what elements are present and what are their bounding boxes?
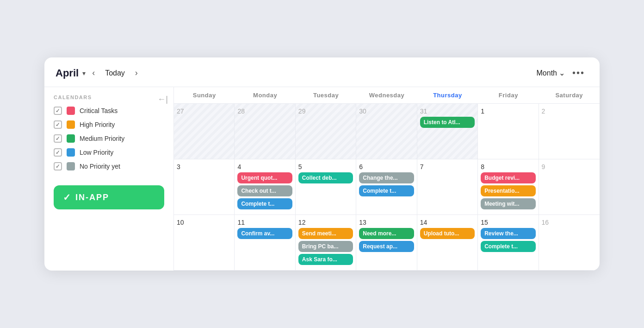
cell-date-number: 12 xyxy=(298,219,353,226)
calendar-cell-0-5[interactable]: 1 xyxy=(478,104,539,159)
calendar-cell-2-4[interactable]: 14Upload tuto... xyxy=(417,215,478,270)
color-high xyxy=(67,120,75,129)
event-chip-1-3-0[interactable]: Change the... xyxy=(359,172,414,183)
checkbox-medium[interactable]: ✓ xyxy=(54,134,62,143)
event-chip-1-1-2[interactable]: Complete t... xyxy=(237,198,292,209)
calendar-cell-1-1[interactable]: 4Urgent quot...Check out t...Complete t.… xyxy=(235,159,295,214)
calendar-cell-2-2[interactable]: 12Send meeti...Bring PC ba...Ask Sara fo… xyxy=(296,215,356,270)
event-chip-1-5-2[interactable]: Meeting wit... xyxy=(481,198,535,209)
calendar-cell-0-3[interactable]: 30 xyxy=(356,104,417,159)
calendar-cell-1-0[interactable]: 3 xyxy=(174,159,235,214)
cell-date-number: 29 xyxy=(298,107,353,115)
event-chip-2-2-0[interactable]: Send meeti... xyxy=(298,228,353,239)
cell-date-number: 2 xyxy=(542,107,597,115)
cell-date-number: 8 xyxy=(481,163,535,170)
month-title: April xyxy=(56,67,79,79)
calendar-grid: SundayMondayTuesdayWednesdayThursdayFrid… xyxy=(174,87,600,271)
event-chip-2-4-0[interactable]: Upload tuto... xyxy=(420,228,475,239)
calendar-cell-0-4[interactable]: 31Listen to Atl... xyxy=(417,104,478,159)
calendar-item-none[interactable]: ✓ No Priority yet xyxy=(54,162,164,170)
cell-date-number: 3 xyxy=(177,163,231,170)
next-month-button[interactable]: › xyxy=(132,66,141,80)
cell-date-number: 13 xyxy=(359,219,414,226)
color-medium xyxy=(67,134,75,143)
calendar-item-high[interactable]: ✓ High Priority xyxy=(54,120,164,129)
day-headers: SundayMondayTuesdayWednesdayThursdayFrid… xyxy=(174,87,600,104)
calendar-item-low[interactable]: ✓ Low Priority xyxy=(54,148,164,157)
event-chip-1-3-1[interactable]: Complete t... xyxy=(359,185,414,196)
label-none: No Priority yet xyxy=(80,163,120,170)
event-chip-2-3-1[interactable]: Request ap... xyxy=(359,241,414,252)
event-chip-2-5-1[interactable]: Complete t... xyxy=(481,241,535,252)
prev-month-button[interactable]: ‹ xyxy=(89,66,98,80)
calendar-cell-2-5[interactable]: 15Review the...Complete t... xyxy=(478,215,539,270)
event-chip-1-5-0[interactable]: Budget revi... xyxy=(481,172,535,183)
view-selector[interactable]: Month ⌄ xyxy=(537,69,565,77)
calendar-cell-1-6[interactable]: 9 xyxy=(539,159,600,214)
in-app-badge[interactable]: ✓ IN-APP xyxy=(54,185,164,209)
more-options-button[interactable]: ••• xyxy=(569,66,588,80)
checkbox-critical[interactable]: ✓ xyxy=(54,107,62,115)
calendar-cell-0-2[interactable]: 29 xyxy=(296,104,356,159)
badge-check-icon: ✓ xyxy=(63,192,71,203)
cell-date-number: 11 xyxy=(237,219,292,226)
event-chip-1-5-1[interactable]: Presentatio... xyxy=(481,185,535,196)
cell-date-number: 14 xyxy=(420,219,475,226)
checkbox-high[interactable]: ✓ xyxy=(54,120,62,129)
calendar-cell-1-2[interactable]: 5Collect deb... xyxy=(296,159,356,214)
checkbox-none[interactable]: ✓ xyxy=(54,162,62,170)
cell-date-number: 15 xyxy=(481,219,535,226)
cell-date-number: 28 xyxy=(237,107,292,115)
color-none xyxy=(67,162,75,170)
cell-date-number: 1 xyxy=(481,107,535,115)
calendar-cell-2-1[interactable]: 11Confirm av... xyxy=(235,215,295,270)
event-chip-2-2-2[interactable]: Ask Sara fo... xyxy=(298,254,353,265)
day-header-saturday: Saturday xyxy=(539,87,600,103)
header-left: April ▾ ‹ Today › xyxy=(56,66,141,80)
label-critical: Critical Tasks xyxy=(80,107,118,114)
label-high: High Priority xyxy=(80,121,115,128)
calendar-items-list: ✓ Critical Tasks ✓ High Priority ✓ Mediu… xyxy=(54,107,164,170)
calendar-week-2: 1011Confirm av...12Send meeti...Bring PC… xyxy=(174,215,600,271)
main-layout: CALENDARS ←| ✓ Critical Tasks ✓ High Pri… xyxy=(44,87,600,271)
event-chip-2-5-0[interactable]: Review the... xyxy=(481,228,535,239)
day-header-tuesday: Tuesday xyxy=(296,87,356,103)
calendar-cell-0-6[interactable]: 2 xyxy=(539,104,600,159)
cell-date-number: 7 xyxy=(420,163,475,170)
calendar-cell-1-4[interactable]: 7 xyxy=(417,159,478,214)
checkbox-low[interactable]: ✓ xyxy=(54,148,62,157)
calendar-body: 2728293031Listen to Atl...1234Urgent quo… xyxy=(174,104,600,271)
cell-date-number: 10 xyxy=(177,219,231,226)
calendar-item-critical[interactable]: ✓ Critical Tasks xyxy=(54,107,164,115)
event-chip-1-1-0[interactable]: Urgent quot... xyxy=(237,172,292,183)
color-low xyxy=(67,148,75,157)
cell-date-number: 9 xyxy=(542,163,597,170)
calendar-cell-0-1[interactable]: 28 xyxy=(235,104,295,159)
header-right: Month ⌄ ••• xyxy=(537,66,588,80)
calendar-cell-1-5[interactable]: 8Budget revi...Presentatio...Meeting wit… xyxy=(478,159,539,214)
event-chip-2-2-1[interactable]: Bring PC ba... xyxy=(298,241,353,252)
cell-date-number: 5 xyxy=(298,163,353,170)
month-dropdown-icon[interactable]: ▾ xyxy=(82,69,86,77)
event-chip-0-4-0[interactable]: Listen to Atl... xyxy=(420,117,475,128)
calendar-item-medium[interactable]: ✓ Medium Priority xyxy=(54,134,164,143)
label-low: Low Priority xyxy=(80,149,113,156)
event-chip-2-1-0[interactable]: Confirm av... xyxy=(237,228,292,239)
collapse-sidebar-icon[interactable]: ←| xyxy=(157,95,168,104)
cell-date-number: 16 xyxy=(542,219,597,226)
cell-date-number: 27 xyxy=(177,107,231,115)
event-chip-1-2-0[interactable]: Collect deb... xyxy=(298,172,353,183)
calendar-cell-2-6[interactable]: 16 xyxy=(539,215,600,270)
calendar-cell-2-0[interactable]: 10 xyxy=(174,215,235,270)
today-button[interactable]: Today xyxy=(101,67,129,79)
day-header-sunday: Sunday xyxy=(174,87,235,103)
calendar-cell-0-0[interactable]: 27 xyxy=(174,104,235,159)
badge-label: IN-APP xyxy=(75,193,109,202)
calendar-header: April ▾ ‹ Today › Month ⌄ ••• xyxy=(44,57,600,87)
day-header-wednesday: Wednesday xyxy=(356,87,417,103)
calendar-cell-1-3[interactable]: 6Change the...Complete t... xyxy=(356,159,417,214)
day-header-friday: Friday xyxy=(478,87,539,103)
calendar-cell-2-3[interactable]: 13Need more...Request ap... xyxy=(356,215,417,270)
event-chip-2-3-0[interactable]: Need more... xyxy=(359,228,414,239)
event-chip-1-1-1[interactable]: Check out t... xyxy=(237,185,292,196)
